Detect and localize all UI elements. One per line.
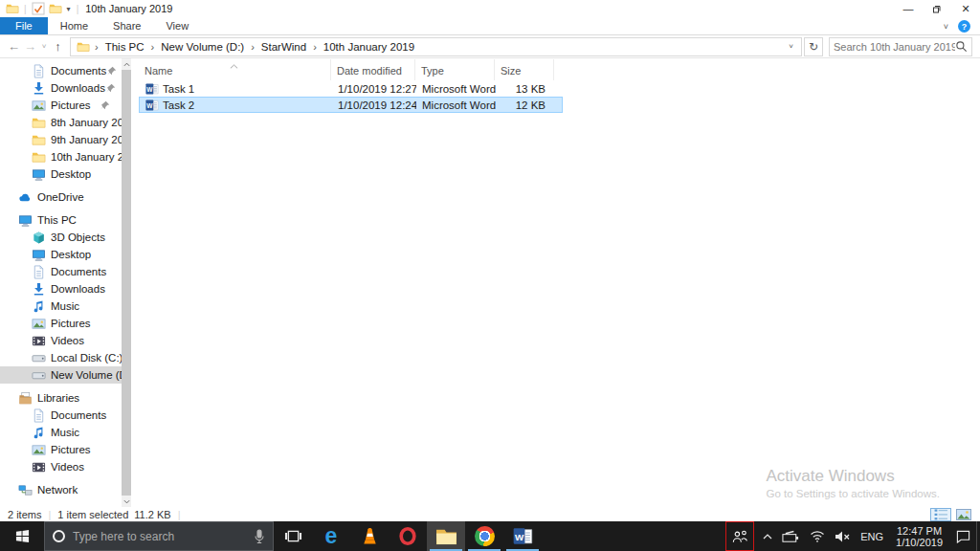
refresh-icon[interactable]: ↻	[804, 37, 823, 56]
breadcrumb-chevron-icon[interactable]: ›	[248, 41, 257, 53]
sidebar-item-label: Documents	[51, 266, 106, 277]
recent-locations-icon[interactable]: ˅	[38, 42, 50, 51]
large-icons-view-button[interactable]	[953, 508, 974, 521]
details-view-button[interactable]	[930, 508, 951, 521]
sidebar-item-3d-objects[interactable]: 3D Objects	[0, 229, 122, 246]
column-header-type[interactable]: Type	[415, 59, 495, 80]
download-icon	[32, 282, 46, 297]
breadcrumb-chevron-icon[interactable]: ›	[148, 41, 158, 53]
search-input[interactable]	[834, 41, 955, 53]
search-box[interactable]	[829, 37, 972, 56]
sidebar-item-new-volume-d[interactable]: New Volume (D:)	[0, 366, 122, 384]
file-name-label: Task 2	[163, 99, 194, 111]
microphone-icon[interactable]	[254, 529, 265, 544]
file-row[interactable]: WTask 21/10/2019 12:24 PMMicrosoft Word …	[139, 97, 563, 113]
breadcrumb-segment-this-pc[interactable]: This PC	[101, 40, 148, 54]
sidebar-item-videos[interactable]: Videos	[0, 332, 122, 349]
folder-icon	[32, 150, 46, 165]
help-icon[interactable]: ?	[958, 20, 970, 33]
clock[interactable]: 12:47 PM 1/10/2019	[888, 525, 950, 548]
breadcrumb-segment-starwind[interactable]: StarWind	[257, 40, 310, 54]
column-header-label: Type	[421, 65, 444, 77]
sidebar-item-videos[interactable]: Videos	[0, 458, 122, 475]
picture-icon	[32, 99, 46, 113]
properties-icon[interactable]	[32, 2, 45, 15]
taskbar-app-word[interactable]: W	[503, 521, 542, 551]
sidebar-item-pictures[interactable]: Pictures	[0, 315, 122, 332]
breadcrumb-chevron-icon[interactable]: ›	[310, 41, 320, 53]
tab-share[interactable]: Share	[100, 17, 153, 34]
wifi-icon[interactable]	[805, 521, 830, 551]
document-icon	[32, 64, 46, 78]
sidebar-item-libraries[interactable]: Libraries	[0, 389, 122, 407]
tab-file[interactable]: File	[0, 17, 48, 34]
action-center-icon[interactable]	[950, 521, 976, 551]
word-icon: W	[145, 82, 159, 96]
sidebar-item-music[interactable]: Music	[0, 424, 122, 441]
restore-button[interactable]	[923, 0, 951, 17]
taskbar-app-edge[interactable]: e	[312, 521, 350, 551]
taskbar-app-chrome[interactable]	[465, 521, 503, 551]
sidebar-item-documents[interactable]: Documents	[0, 407, 122, 424]
scrollbar-thumb[interactable]	[122, 70, 131, 496]
column-header-date-modified[interactable]: Date modified	[331, 59, 415, 80]
sidebar-item-9th-january-2019[interactable]: 9th January 2019	[0, 131, 122, 148]
file-row[interactable]: WTask 11/10/2019 12:27 PMMicrosoft Word …	[139, 80, 563, 97]
sidebar-item-8th-january-2019[interactable]: 8th January 2019	[0, 114, 122, 131]
sidebar-item-desktop[interactable]: Desktop	[0, 165, 122, 183]
show-desktop-button[interactable]	[976, 521, 980, 551]
sidebar-item-music[interactable]: Music	[0, 298, 122, 315]
minimize-ribbon-icon[interactable]: ˅	[944, 22, 948, 32]
minimize-button[interactable]: —	[894, 0, 923, 17]
sidebar-item-documents[interactable]: Documents	[0, 62, 122, 79]
taskbar-app-task-view[interactable]	[274, 521, 312, 551]
sidebar-item-onedrive[interactable]: OneDrive	[0, 188, 122, 206]
scroll-down-icon[interactable]	[122, 496, 131, 507]
back-button[interactable]: ←	[6, 39, 22, 54]
close-button[interactable]: ✕	[951, 0, 980, 17]
sidebar-item-documents[interactable]: Documents	[0, 263, 122, 280]
column-header-size[interactable]: Size	[495, 59, 554, 80]
sidebar-item-network[interactable]: Network	[0, 481, 122, 498]
sidebar-item-pictures[interactable]: Pictures	[0, 441, 122, 458]
pen-battery-icon[interactable]	[777, 521, 805, 551]
navigation-scrollbar[interactable]	[122, 58, 131, 507]
sidebar-item-local-disk-c[interactable]: Local Disk (C:)	[0, 349, 122, 366]
new-folder-icon[interactable]	[49, 2, 62, 15]
breadcrumb-chevron-icon[interactable]: ›	[92, 41, 101, 53]
svg-text:W: W	[514, 532, 523, 542]
separator: |	[77, 4, 79, 14]
word-icon: W	[513, 526, 533, 546]
taskbar-search[interactable]: Type here to search	[44, 521, 274, 551]
forward-button[interactable]: →	[22, 39, 38, 54]
up-button[interactable]: ↑	[50, 39, 66, 54]
sidebar-item-10th-january-2019[interactable]: 10th January 2019	[0, 148, 122, 165]
start-button[interactable]	[0, 521, 44, 551]
sidebar-item-pictures[interactable]: Pictures	[0, 97, 122, 114]
customize-quick-access-toolbar-icon[interactable]: ▾	[67, 5, 71, 13]
taskbar-app-file-explorer[interactable]	[427, 521, 465, 551]
address-box[interactable]: ›This PC›New Volume (D:)›StarWind›10th J…	[70, 37, 802, 56]
breadcrumb-segment-new-volume-d[interactable]: New Volume (D:)	[157, 40, 248, 54]
address-dropdown-icon[interactable]: ˅	[785, 42, 797, 51]
screen-recorder-people-icon[interactable]	[725, 521, 754, 551]
file-date-modified: 1/10/2019 12:24 PM	[332, 99, 416, 111]
sidebar-item-downloads[interactable]: Downloads	[0, 79, 122, 97]
tab-view[interactable]: View	[153, 17, 201, 34]
tray-time: 12:47 PM	[896, 525, 943, 537]
language-indicator[interactable]: ENG	[856, 521, 888, 551]
sidebar-item-downloads[interactable]: Downloads	[0, 280, 122, 298]
scroll-up-icon[interactable]	[122, 58, 131, 70]
taskbar-app-vlc[interactable]	[350, 521, 389, 551]
sidebar-item-this-pc[interactable]: This PC	[0, 211, 122, 229]
opera-icon	[398, 526, 417, 546]
taskbar-app-opera[interactable]	[389, 521, 427, 551]
breadcrumb-segment-10th-january-2019[interactable]: 10th January 2019	[320, 40, 418, 54]
tab-home[interactable]: Home	[48, 17, 100, 34]
column-header-name[interactable]: Name	[139, 59, 331, 80]
sidebar-item-desktop[interactable]: Desktop	[0, 246, 122, 263]
watermark-subtitle: Go to Settings to activate Windows.	[766, 488, 940, 499]
volume-muted-icon[interactable]	[830, 521, 856, 551]
hidden-icons-chevron-icon[interactable]	[758, 521, 777, 551]
video-icon	[32, 334, 46, 348]
